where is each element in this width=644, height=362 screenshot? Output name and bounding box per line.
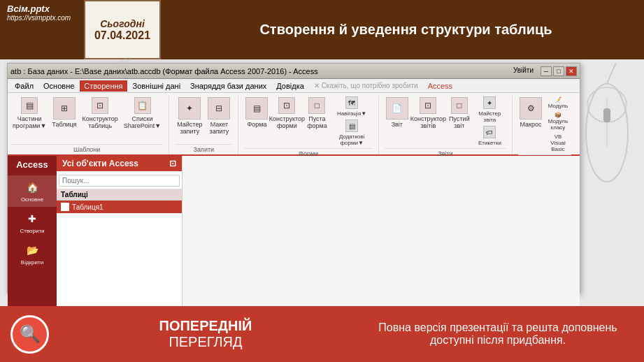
window-controls: Увійти ─ □ ✕ [513,66,577,76]
query-buttons: ✦ Майстерзапиту ⊟ Макетзапиту [175,96,232,143]
sharepoint-icon: 📋 [134,97,151,114]
menu-home[interactable]: Основне [39,80,78,92]
preview-text-area: ПОПЕРЕДНІЙ ПЕРЕГЛЯД [59,318,352,350]
ribbon-btn-navigation[interactable]: 🗺 Навігація▼ [331,96,372,117]
more-forms-label: Додаткові форми▼ [332,133,371,146]
ribbon-btn-class-module[interactable]: 📦 Модуль класу [545,111,571,131]
designer-icon: ⊡ [92,97,108,114]
form-designer-icon: ⊡ [278,97,295,114]
query-designer-label: Макетзапиту [210,121,229,135]
menu-access[interactable]: Access [424,80,457,92]
home-icon: 🏠 [24,180,40,195]
report-wizard-label: Майстер звіта [475,110,505,123]
labels-label: Етикетки [478,140,501,146]
ribbon-btn-report[interactable]: 📄 Звіт [385,96,410,129]
preview-line2: ПЕРЕГЛЯД [59,334,352,350]
ribbon-group-templates: ▤ Частинипрограми▼ ⊞ Таблиця ⊡ Конструкт… [10,96,169,154]
menu-create[interactable]: Створення [80,80,127,92]
macro-buttons: ⚙ Макрос 📝 Модуль 📦 Модуль класу VB Visu… [518,96,571,153]
preview-icon-circle: 🔍 [10,315,49,354]
nav-item-table1[interactable]: Таблиця1 [57,201,182,213]
preview-desc-line2: доступні після придбання. [352,334,644,347]
ribbon-btn-module[interactable]: 📝 Модуль [545,96,571,110]
logo-title: Всім.pptx [7,3,71,14]
maximize-btn[interactable]: □ [553,66,564,76]
table-item-label: Таблиця1 [72,203,103,211]
ribbon-btn-more-forms[interactable]: ▤ Додаткові форми▼ [331,119,372,147]
ribbon-btn-labels[interactable]: 🏷 Етикетки [473,125,506,147]
ribbon-btn-form-designer[interactable]: ⊡ Конструкторформи [271,96,303,131]
ribbon: ▤ Частинипрограми▼ ⊞ Таблиця ⊡ Конструкт… [8,93,580,156]
preview-line1: ПОПЕРЕДНІЙ [59,318,352,334]
parts-icon: ▤ [21,97,38,114]
report-designer-label: Конструкторзвітів [410,115,446,129]
minimize-btn[interactable]: ─ [541,66,552,76]
report-wizard-icon: ✦ [483,96,496,109]
table-label: Таблиця [52,121,76,128]
ribbon-btn-blank-report[interactable]: □ Пустийзвіт [447,96,472,131]
menu-file[interactable]: Файл [10,80,38,92]
form-icon: ▤ [245,97,268,120]
close-btn[interactable]: ✕ [566,66,577,76]
class-module-label: 📦 Модуль класу [546,112,570,131]
table-item-icon [61,203,69,211]
menu-search[interactable]: ✕ Скажіть, що потрібно зробити [310,80,422,91]
ribbon-btn-query-wizard[interactable]: ✦ Майстерзапиту [175,96,204,136]
window-titlebar: atb : База даних - E:\Base даних\atb.acc… [8,64,580,79]
report-icon: 📄 [386,97,408,120]
vba-label: VB Visual Basic [546,133,570,152]
ribbon-btn-report-wizard[interactable]: ✦ Майстер звіта [473,96,506,124]
module-label: 📝 Модуль [546,96,570,109]
blank-report-icon: □ [451,97,468,114]
ribbon-btn-query-designer[interactable]: ⊟ Макетзапиту [206,96,232,136]
ribbon-btn-parts[interactable]: ▤ Частинипрограми▼ [10,96,48,131]
open-icon: 📂 [24,242,40,258]
svg-rect-3 [603,108,610,122]
ribbon-group-queries: ✦ Майстерзапиту ⊟ Макетзапиту Запити [175,96,238,154]
menu-tools[interactable]: Знаряддя бази даних [186,80,271,92]
sharepoint-label: СпискиSharePoint▼ [124,115,161,129]
slide-container: Всім.pptx https://vsimpptx.com Сьогодні … [0,0,644,362]
ribbon-btn-blank-form[interactable]: □ Пустаформа [304,96,329,131]
nav-toggle-btn[interactable]: ⊡ [169,159,176,168]
mouse-illustration [578,63,641,203]
ribbon-btn-sharepoint[interactable]: 📋 СпискиSharePoint▼ [122,96,163,131]
ribbon-btn-form[interactable]: ▤ Форма [244,96,269,129]
nav-section-tables: Таблиці [57,189,182,201]
sidebar-btn-create[interactable]: ✚ Створити [8,207,57,238]
ribbon-btn-macro[interactable]: ⚙ Макрос [518,96,543,129]
navigation-label: Навігація▼ [337,110,366,117]
form-buttons: ▤ Форма ⊡ Конструкторформи □ Пустаформа … [244,96,372,147]
slide-header: Всім.pptx https://vsimpptx.com Сьогодні … [0,0,644,59]
ribbon-group-macros: ⚙ Макрос 📝 Модуль 📦 Модуль класу VB Visu… [518,96,577,154]
ribbon-group-reports: 📄 Звіт ⊡ Конструкторзвітів □ Пустийзвіт … [385,96,513,154]
create-label: Створити [20,228,44,234]
menu-bar: Файл Основне Створення Зовнішні дані Зна… [8,79,580,93]
access-app-label: Access [16,159,48,170]
open-label: Відкрити [21,259,43,266]
date-box: Сьогодні 07.04.2021 [84,0,161,59]
query-wizard-label: Майстерзапиту [177,121,202,135]
nav-search-input[interactable] [59,175,180,187]
sidebar-btn-open[interactable]: 📂 Відкрити [8,238,57,270]
sidebar-btn-home[interactable]: 🏠 Основне [8,175,57,207]
nav-header-title: Усі об'єкти Access [62,159,138,168]
query-wizard-icon: ✦ [178,97,201,120]
macro-label: Макрос [520,121,541,128]
ribbon-btn-designer[interactable]: ⊡ Конструктортаблиць [80,96,120,131]
today-label: Сьогодні [100,18,145,29]
logo-area: Всім.pptx https://vsimpptx.com [7,3,71,22]
query-designer-icon: ⊟ [208,97,230,120]
table-icon: ⊞ [53,97,76,120]
ribbon-btn-vba[interactable]: VB Visual Basic [545,133,571,153]
ribbon-btn-table[interactable]: ⊞ Таблиця [50,96,78,129]
ribbon-btn-report-designer[interactable]: ⊡ Конструкторзвітів [411,96,445,131]
group-title-templates: Шаблони [10,144,163,153]
form-label: Форма [247,121,266,128]
form-designer-label: Конструкторформи [269,115,305,129]
menu-external[interactable]: Зовнішні дані [129,80,185,92]
sign-in-btn[interactable]: Увійти [513,66,534,76]
menu-help[interactable]: Довідка [272,80,308,92]
ribbon-group-forms: ▤ Форма ⊡ Конструкторформи □ Пустаформа … [244,96,378,154]
group-title-queries: Запити [175,144,232,153]
